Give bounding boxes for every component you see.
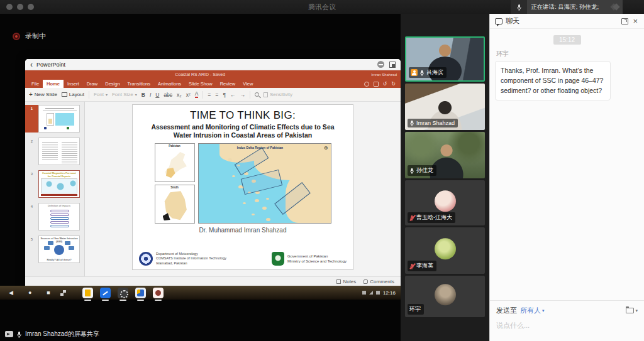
avatar <box>435 238 456 259</box>
bold-button[interactable]: B <box>142 92 145 98</box>
slide-thumbnail-panel: 1 2 3 <box>25 102 85 276</box>
powerpoint-chrome-bar: ‹ PowerPoint <box>25 59 401 70</box>
chat-panel: 聊天 × 15:12 环宇 Thanks, Prof. Imran. What'… <box>489 14 644 341</box>
message-sender: 环宇 <box>496 50 639 58</box>
font-color-button[interactable]: A <box>195 91 199 98</box>
camera-icon <box>5 331 13 337</box>
layout-icon <box>62 92 67 97</box>
nav-home-icon[interactable]: ● <box>28 290 31 296</box>
plus-icon: + <box>29 91 33 98</box>
font-size-dropdown[interactable]: Font Size▾ <box>112 92 137 97</box>
compass-icon: ⊕ <box>324 145 328 151</box>
tab-animations[interactable]: Animations <box>154 80 185 88</box>
share-banner-text: Imran Shahzad的屏幕共享 <box>25 330 99 338</box>
send-to-dropdown[interactable]: 所有人 <box>520 306 541 315</box>
tab-design[interactable]: Design <box>101 80 123 88</box>
notes-button[interactable]: Notes <box>336 279 356 284</box>
chevron-down-icon[interactable]: ▾ <box>542 308 545 313</box>
participant-tile-lihaiying[interactable]: 李海英 <box>405 227 485 274</box>
mic-on-icon <box>409 120 414 126</box>
participant-tile-caoyuhan[interactable]: 曹玉晗-江海大 <box>405 180 485 225</box>
sheets-app-icon[interactable] <box>100 288 111 298</box>
font-dropdown[interactable]: Font▾ <box>94 92 108 97</box>
participant-tile-imran[interactable]: Imran Shahzad <box>405 84 485 130</box>
tab-view[interactable]: View <box>239 80 257 88</box>
chevron-down-icon: ▾ <box>635 308 638 313</box>
comments-button[interactable]: Comments <box>364 279 394 284</box>
subscript-button[interactable]: x₂ <box>177 92 182 98</box>
superscript-button[interactable]: x² <box>186 92 191 98</box>
ribbon-tab-bar: File Home Insert Draw Design Transitions… <box>25 78 401 88</box>
nav-recents-icon[interactable]: ■ <box>47 290 50 296</box>
thumbnail-slide-3[interactable]: 3 Coastal Megacities Forecast for Coasta… <box>25 170 82 198</box>
tab-slide-show[interactable]: Slide Show <box>185 80 216 88</box>
underline-button[interactable]: U <box>155 92 159 98</box>
current-slide[interactable]: TIME TO THINK BIG: Assessment and Monito… <box>132 104 353 270</box>
powerpoint-status-bar: Notes Comments <box>25 276 401 286</box>
comsats-logo <box>139 252 153 266</box>
participant-tile-huanyu[interactable]: 环宇 <box>405 276 485 317</box>
resize-button[interactable] <box>389 62 396 68</box>
mic-on-icon <box>419 70 425 76</box>
clock-app-icon[interactable] <box>153 288 164 298</box>
nav-back-icon[interactable]: ◀ <box>9 290 13 296</box>
lightbulb-icon[interactable] <box>364 82 369 87</box>
numbered-list-icon[interactable]: ≡ <box>215 92 218 98</box>
powerpoint-window: ‹ PowerPoint Coastal RS ARID - Saved Imr… <box>25 59 401 286</box>
slide-author: Dr. Muhammad Imran Shahzad <box>133 227 353 234</box>
paragraph-icon[interactable]: ¶ <box>223 92 226 98</box>
new-slide-button[interactable]: +New Slide <box>29 91 57 98</box>
app-grid-icon[interactable] <box>60 290 66 296</box>
present-icon[interactable] <box>374 82 379 87</box>
chat-input[interactable]: 说点什么... <box>496 321 638 330</box>
tab-insert[interactable]: Insert <box>64 80 83 88</box>
layout-button[interactable]: Layout <box>62 92 84 97</box>
thumb4-title: Definition of Impacts <box>40 205 78 208</box>
notes-icon <box>336 279 341 284</box>
tab-draw[interactable]: Draw <box>83 80 102 88</box>
account-name: Imran Shahzad <box>371 73 397 77</box>
thumb5-footer: Really? All of these? <box>40 259 78 262</box>
participant-tile-sunjialong[interactable]: 孙佳龙 <box>405 132 485 178</box>
back-chevron-icon[interactable]: ‹ <box>30 60 33 69</box>
slides-app-icon[interactable] <box>135 288 146 298</box>
sensitivity-button[interactable]: Sensitivity <box>264 92 292 97</box>
indent-right-icon[interactable]: → <box>240 92 245 98</box>
file-send-button[interactable]: ▾ <box>626 308 638 313</box>
redo-icon[interactable]: ↻ <box>391 81 396 87</box>
avatar <box>435 190 456 212</box>
thumbnail-slide-4[interactable]: 4 Definition of Impacts <box>25 203 82 230</box>
thumbnail-slide-5[interactable]: 5 Sources of Sea Water Intrusion (SWI) R… <box>25 235 82 263</box>
tab-home[interactable]: Home <box>43 80 64 88</box>
participant-tile-lvhaibin[interactable]: 吕海滨 <box>405 36 485 82</box>
tab-transitions[interactable]: Transitions <box>124 80 154 88</box>
popout-icon[interactable] <box>621 18 628 24</box>
close-icon[interactable]: × <box>631 18 639 25</box>
bullet-list-icon[interactable]: ≡ <box>208 92 211 98</box>
undo-icon[interactable]: ↺ <box>383 81 387 87</box>
indent-left-icon[interactable]: ← <box>230 92 236 98</box>
tab-file[interactable]: File <box>28 80 43 88</box>
slide-title: TIME TO THINK BIG: <box>133 109 353 122</box>
tab-review[interactable]: Review <box>216 80 240 88</box>
speaking-toast-body: 正在讲话: 吕海滨; 孙佳龙; <box>527 0 623 14</box>
sensitivity-icon <box>264 92 268 97</box>
thumbnail-slide-1[interactable]: 1 <box>25 105 82 133</box>
thumbnail-slide-2[interactable]: 2 <box>25 138 82 165</box>
slide-number: 2 <box>25 138 38 165</box>
settings-app-icon[interactable] <box>118 288 128 298</box>
status-icon <box>362 291 366 295</box>
strikethrough-button[interactable]: abc <box>164 92 172 98</box>
recording-indicator: 录制中 <box>13 31 46 41</box>
record-dot-icon <box>13 33 20 40</box>
minimize-button[interactable] <box>377 61 384 68</box>
mic-muted-icon <box>409 215 414 221</box>
slide-number: 4 <box>25 203 38 230</box>
italic-button[interactable]: I <box>150 92 151 98</box>
document-title: Coastal RS ARID - Saved <box>29 72 371 77</box>
slide-number: 1 <box>25 105 38 133</box>
docs-app-icon[interactable] <box>82 288 93 298</box>
slide-number: 5 <box>25 235 38 263</box>
search-icon[interactable] <box>255 92 259 97</box>
org-left-text: Department of Meteorology COMSATS Instit… <box>156 252 226 266</box>
